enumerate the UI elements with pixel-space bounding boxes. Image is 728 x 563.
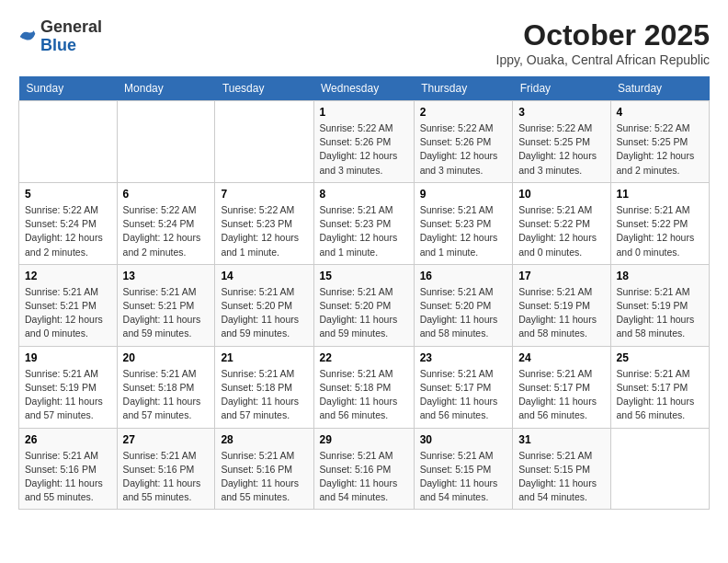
day-info: Sunrise: 5:21 AM Sunset: 5:19 PM Dayligh… [518,285,604,341]
day-number: 2 [420,106,507,119]
day-info: Sunrise: 5:21 AM Sunset: 5:17 PM Dayligh… [420,367,507,423]
day-info: Sunrise: 5:21 AM Sunset: 5:17 PM Dayligh… [617,367,703,423]
calendar-cell: 5Sunrise: 5:22 AM Sunset: 5:24 PM Daylig… [19,182,118,264]
day-number: 13 [123,270,210,282]
day-info: Sunrise: 5:22 AM Sunset: 5:25 PM Dayligh… [518,121,604,178]
day-number: 18 [617,270,703,282]
day-number: 12 [25,270,111,282]
calendar-cell: 15Sunrise: 5:21 AM Sunset: 5:20 PM Dayli… [313,264,414,346]
calendar-cell: 21Sunrise: 5:21 AM Sunset: 5:18 PM Dayli… [215,346,313,428]
day-number: 14 [221,270,307,282]
day-number: 3 [518,106,604,119]
day-number: 9 [420,188,507,201]
calendar-cell: 26Sunrise: 5:21 AM Sunset: 5:16 PM Dayli… [19,428,118,510]
day-number: 27 [123,433,210,446]
day-number: 4 [617,106,703,119]
calendar-cell: 29Sunrise: 5:21 AM Sunset: 5:16 PM Dayli… [313,428,414,510]
day-number: 28 [221,433,307,446]
calendar-cell: 6Sunrise: 5:22 AM Sunset: 5:24 PM Daylig… [117,182,215,264]
calendar-cell: 25Sunrise: 5:21 AM Sunset: 5:17 PM Dayli… [610,346,709,428]
calendar-cell: 24Sunrise: 5:21 AM Sunset: 5:17 PM Dayli… [513,346,610,428]
day-info: Sunrise: 5:22 AM Sunset: 5:23 PM Dayligh… [221,203,307,259]
day-info: Sunrise: 5:22 AM Sunset: 5:26 PM Dayligh… [420,121,507,178]
day-info: Sunrise: 5:21 AM Sunset: 5:16 PM Dayligh… [221,449,307,505]
month-title: October 2025 [496,18,710,52]
calendar-cell: 18Sunrise: 5:21 AM Sunset: 5:19 PM Dayli… [610,264,709,346]
day-info: Sunrise: 5:21 AM Sunset: 5:18 PM Dayligh… [221,367,307,423]
calendar-cell: 4Sunrise: 5:22 AM Sunset: 5:25 PM Daylig… [610,101,709,183]
day-number: 8 [320,188,408,201]
day-info: Sunrise: 5:21 AM Sunset: 5:20 PM Dayligh… [320,285,408,341]
weekday-header-saturday: Saturday [610,76,709,101]
calendar-week-row: 12Sunrise: 5:21 AM Sunset: 5:21 PM Dayli… [19,264,710,346]
day-info: Sunrise: 5:21 AM Sunset: 5:15 PM Dayligh… [420,449,507,505]
day-info: Sunrise: 5:21 AM Sunset: 5:23 PM Dayligh… [320,203,408,259]
day-info: Sunrise: 5:22 AM Sunset: 5:25 PM Dayligh… [617,121,703,178]
calendar-cell: 31Sunrise: 5:21 AM Sunset: 5:15 PM Dayli… [513,428,610,510]
day-number: 19 [25,351,111,364]
weekday-header-tuesday: Tuesday [215,76,313,101]
calendar-cell: 23Sunrise: 5:21 AM Sunset: 5:17 PM Dayli… [414,346,513,428]
calendar-cell [610,428,709,510]
day-number: 23 [420,351,507,364]
day-info: Sunrise: 5:21 AM Sunset: 5:23 PM Dayligh… [420,203,507,259]
calendar-cell: 3Sunrise: 5:22 AM Sunset: 5:25 PM Daylig… [513,101,610,183]
day-number: 17 [518,270,604,282]
day-number: 1 [320,106,408,119]
day-number: 31 [518,433,604,446]
calendar-week-row: 1Sunrise: 5:22 AM Sunset: 5:26 PM Daylig… [19,101,710,183]
day-number: 15 [320,270,408,282]
day-number: 25 [617,351,703,364]
day-info: Sunrise: 5:21 AM Sunset: 5:18 PM Dayligh… [320,367,408,423]
calendar-week-row: 19Sunrise: 5:21 AM Sunset: 5:19 PM Dayli… [19,346,710,428]
calendar-cell: 30Sunrise: 5:21 AM Sunset: 5:15 PM Dayli… [414,428,513,510]
calendar-cell [117,101,215,183]
day-number: 24 [518,351,604,364]
weekday-header-friday: Friday [513,76,610,101]
day-info: Sunrise: 5:21 AM Sunset: 5:20 PM Dayligh… [221,285,307,341]
calendar-cell: 13Sunrise: 5:21 AM Sunset: 5:21 PM Dayli… [117,264,215,346]
day-info: Sunrise: 5:21 AM Sunset: 5:16 PM Dayligh… [320,449,408,505]
day-number: 21 [221,351,307,364]
day-info: Sunrise: 5:22 AM Sunset: 5:24 PM Dayligh… [25,203,111,259]
day-info: Sunrise: 5:21 AM Sunset: 5:17 PM Dayligh… [518,367,604,423]
day-number: 26 [25,433,111,446]
calendar-cell: 12Sunrise: 5:21 AM Sunset: 5:21 PM Dayli… [19,264,118,346]
day-info: Sunrise: 5:21 AM Sunset: 5:16 PM Dayligh… [123,449,210,505]
day-number: 6 [123,188,210,201]
calendar-cell: 9Sunrise: 5:21 AM Sunset: 5:23 PM Daylig… [414,182,513,264]
calendar-cell: 16Sunrise: 5:21 AM Sunset: 5:20 PM Dayli… [414,264,513,346]
day-number: 30 [420,433,507,446]
day-info: Sunrise: 5:22 AM Sunset: 5:24 PM Dayligh… [123,203,210,259]
day-number: 22 [320,351,408,364]
day-number: 7 [221,188,307,201]
weekday-header-sunday: Sunday [19,76,118,101]
day-number: 16 [420,270,507,282]
weekday-header-monday: Monday [117,76,215,101]
calendar-cell [215,101,313,183]
day-number: 5 [25,188,111,201]
calendar-cell: 20Sunrise: 5:21 AM Sunset: 5:18 PM Dayli… [117,346,215,428]
day-info: Sunrise: 5:21 AM Sunset: 5:22 PM Dayligh… [518,203,604,259]
day-info: Sunrise: 5:21 AM Sunset: 5:16 PM Dayligh… [25,449,111,505]
calendar-table: SundayMondayTuesdayWednesdayThursdayFrid… [18,76,710,510]
weekday-header-row: SundayMondayTuesdayWednesdayThursdayFrid… [19,76,710,101]
calendar-cell: 27Sunrise: 5:21 AM Sunset: 5:16 PM Dayli… [117,428,215,510]
day-info: Sunrise: 5:22 AM Sunset: 5:26 PM Dayligh… [320,121,408,178]
day-number: 20 [123,351,210,364]
day-info: Sunrise: 5:21 AM Sunset: 5:20 PM Dayligh… [420,285,507,341]
weekday-header-thursday: Thursday [414,76,513,101]
calendar-cell: 2Sunrise: 5:22 AM Sunset: 5:26 PM Daylig… [414,101,513,183]
calendar-cell: 19Sunrise: 5:21 AM Sunset: 5:19 PM Dayli… [19,346,118,428]
day-info: Sunrise: 5:21 AM Sunset: 5:19 PM Dayligh… [617,285,703,341]
page-header: General Blue October 2025 Ippy, Ouaka, C… [18,18,710,67]
logo: General Blue [18,18,102,55]
weekday-header-wednesday: Wednesday [313,76,414,101]
day-info: Sunrise: 5:21 AM Sunset: 5:18 PM Dayligh… [123,367,210,423]
location-text: Ippy, Ouaka, Central African Republic [496,52,710,67]
logo-icon [18,28,37,46]
calendar-cell: 22Sunrise: 5:21 AM Sunset: 5:18 PM Dayli… [313,346,414,428]
day-number: 11 [617,188,703,201]
calendar-cell: 7Sunrise: 5:22 AM Sunset: 5:23 PM Daylig… [215,182,313,264]
title-block: October 2025 Ippy, Ouaka, Central Africa… [496,18,710,67]
